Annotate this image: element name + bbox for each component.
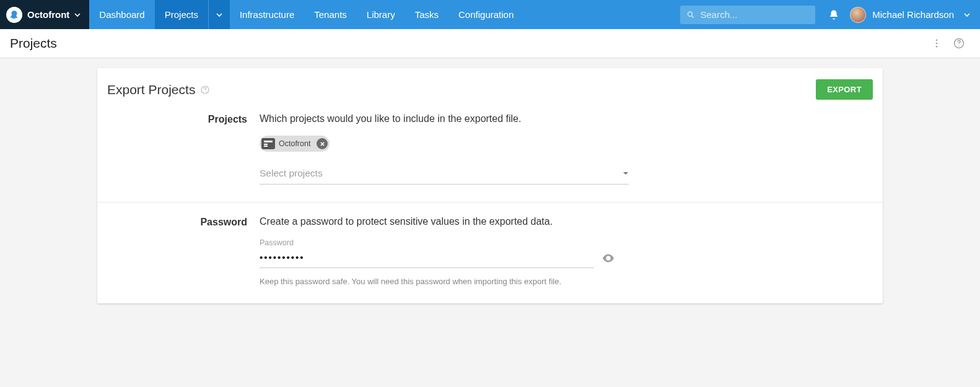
octopus-logo-icon <box>6 7 22 23</box>
password-helper: Keep this password safe. You will need t… <box>260 277 656 286</box>
svg-rect-12 <box>264 146 268 147</box>
nav-dashboard[interactable]: Dashboard <box>89 0 154 29</box>
card-title: Export Projects <box>107 82 195 97</box>
selected-projects-chips: Octofront <box>260 136 656 152</box>
eye-icon <box>602 251 615 265</box>
svg-point-5 <box>936 46 938 48</box>
notifications-button[interactable] <box>821 0 846 29</box>
brand-name: Octofront <box>27 9 69 20</box>
svg-line-2 <box>692 15 694 17</box>
page-help-button[interactable] <box>948 37 970 50</box>
overflow-menu-button[interactable] <box>925 38 948 49</box>
password-input[interactable] <box>260 248 594 268</box>
svg-point-9 <box>205 91 206 92</box>
help-circle-icon <box>953 37 965 50</box>
nav-tenants[interactable]: Tenants <box>304 0 357 29</box>
top-nav: Octofront Dashboard Projects Infrastruct… <box>0 0 980 29</box>
svg-point-15 <box>607 257 610 259</box>
svg-point-1 <box>688 12 693 16</box>
avatar <box>850 7 866 23</box>
project-icon <box>261 138 275 149</box>
section-projects: Projects Which projects would you like t… <box>97 111 883 202</box>
svg-point-4 <box>936 43 938 45</box>
caret-down-icon <box>216 12 222 18</box>
user-name: Michael Richardson <box>872 9 954 20</box>
user-menu[interactable]: Michael Richardson <box>846 0 980 29</box>
search-input[interactable] <box>700 9 809 20</box>
export-card: Export Projects EXPORT Projects Which pr… <box>97 68 883 303</box>
caret-down-icon <box>964 12 970 18</box>
toggle-password-visibility[interactable] <box>602 251 615 265</box>
bell-icon <box>828 9 839 20</box>
dots-vertical-icon <box>931 38 942 49</box>
content-area: Export Projects EXPORT Projects Which pr… <box>0 58 980 322</box>
caret-down-icon <box>74 12 81 18</box>
svg-rect-10 <box>264 141 273 142</box>
svg-point-3 <box>936 39 938 41</box>
nav-tasks[interactable]: Tasks <box>405 0 448 29</box>
project-chip-label: Octofront <box>279 139 310 148</box>
close-icon <box>320 141 325 147</box>
nav-projects-dropdown[interactable] <box>208 0 230 29</box>
password-field-label: Password <box>260 238 656 247</box>
chip-remove-button[interactable] <box>317 138 328 149</box>
password-description: Create a password to protect sensitive v… <box>260 216 656 227</box>
projects-label: Projects <box>107 113 260 185</box>
nav-projects[interactable]: Projects <box>155 0 208 29</box>
search-icon <box>686 10 695 20</box>
nav-infrastructure[interactable]: Infrastructure <box>230 0 304 29</box>
brand-switcher[interactable]: Octofront <box>0 0 89 29</box>
card-header: Export Projects EXPORT <box>97 68 883 111</box>
help-circle-icon[interactable] <box>200 85 210 95</box>
project-chip: Octofront <box>260 136 330 152</box>
projects-select-placeholder: Select projects <box>260 168 623 179</box>
page-title: Projects <box>10 36 925 51</box>
projects-select[interactable]: Select projects <box>260 164 629 185</box>
export-button[interactable]: EXPORT <box>816 79 873 100</box>
projects-description: Which projects would you like to include… <box>260 113 656 124</box>
page-header: Projects <box>0 29 980 58</box>
svg-rect-11 <box>264 144 268 145</box>
caret-down-icon <box>623 170 629 176</box>
svg-point-7 <box>958 46 959 46</box>
global-search[interactable] <box>680 6 815 24</box>
password-label: Password <box>107 216 260 286</box>
nav-library[interactable]: Library <box>357 0 405 29</box>
section-password: Password Create a password to protect se… <box>97 202 883 303</box>
nav-configuration[interactable]: Configuration <box>448 0 523 29</box>
